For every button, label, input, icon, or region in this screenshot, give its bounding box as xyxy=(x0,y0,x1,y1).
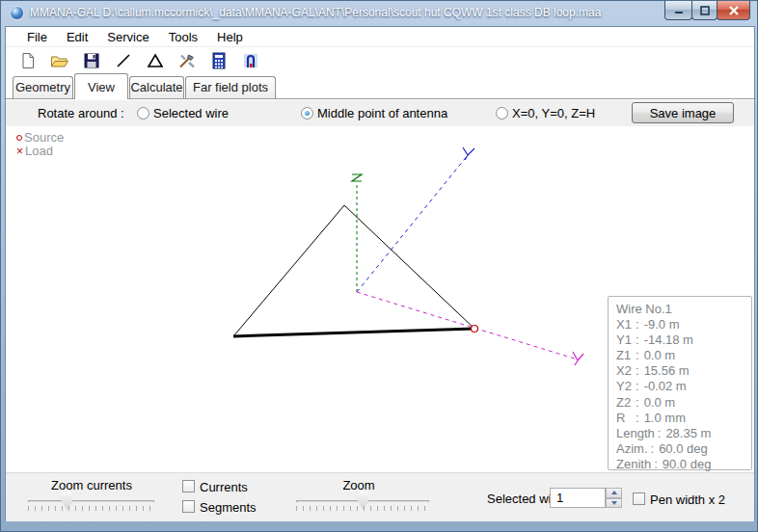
rotate-around-bar: Rotate around : Selected wire Middle poi… xyxy=(6,100,754,126)
maximize-icon xyxy=(700,6,710,15)
pen-width-label[interactable]: Pen width x 2 xyxy=(650,492,725,507)
menu-bar: File Edit Service Tools Help xyxy=(6,27,754,47)
wire-2[interactable] xyxy=(233,205,344,336)
save-icon[interactable] xyxy=(81,50,102,71)
title-bar[interactable]: MMANA-GAL D:\callum.mccormick\_data\MMAN… xyxy=(1,1,758,26)
selected-wire-spinner xyxy=(606,488,622,508)
currents-checkbox[interactable] xyxy=(182,480,195,492)
close-icon xyxy=(729,6,739,15)
minimize-icon xyxy=(674,6,684,14)
zoom-currents-slider-ticks xyxy=(28,506,156,511)
tab-bar: Geometry View Calculate Far field plots xyxy=(6,73,754,99)
source-point-marker[interactable] xyxy=(472,326,478,332)
far-field-plot-icon[interactable] xyxy=(240,50,261,71)
radio-selected-wire[interactable] xyxy=(137,107,149,120)
radio-middle-point[interactable] xyxy=(301,107,313,120)
menu-service[interactable]: Service xyxy=(97,27,158,47)
spin-down-button[interactable] xyxy=(606,498,622,509)
wire-info-title: Wire No.1 xyxy=(616,302,751,317)
rotate-around-label: Rotate around : xyxy=(38,106,124,120)
draw-wire-icon[interactable] xyxy=(113,50,134,71)
zoom-slider-ticks xyxy=(296,506,431,511)
wire-info-row: Y1:-14.18 m xyxy=(616,332,751,348)
open-folder-icon[interactable] xyxy=(49,50,70,71)
wire-1-selected[interactable] xyxy=(233,329,474,336)
wire-info-row: X2:15.56 m xyxy=(616,363,751,379)
y-axis-line xyxy=(357,292,578,359)
wire-info-row: X1:-9.0 m xyxy=(616,317,751,332)
wire-info-row: Length:28.35 m xyxy=(616,426,751,441)
x-axis-line xyxy=(357,155,468,292)
window-title: MMANA-GAL D:\callum.mccormick\_data\MMAN… xyxy=(30,1,601,26)
antenna-view-canvas[interactable]: Source × Load xyxy=(6,126,754,472)
zoom-label: Zoom xyxy=(301,478,417,492)
segments-label[interactable]: Segments xyxy=(200,500,257,515)
setup-tools-icon[interactable] xyxy=(176,50,198,71)
segments-checkbox[interactable] xyxy=(182,500,195,513)
draw-element-icon[interactable] xyxy=(145,50,166,71)
calculator-icon[interactable] xyxy=(208,50,230,71)
tab-far-field-plots[interactable]: Far field plots xyxy=(185,76,276,98)
z-axis-arrow xyxy=(352,174,362,181)
save-image-button[interactable]: Save image xyxy=(632,102,734,123)
tab-view[interactable]: View xyxy=(74,73,128,99)
zoom-currents-label: Zoom currents xyxy=(29,478,154,492)
tab-calculate[interactable]: Calculate xyxy=(129,76,184,98)
arrow-up-icon xyxy=(611,491,617,494)
x-axis-arrow xyxy=(463,147,474,160)
zoom-currents-slider-track[interactable] xyxy=(28,500,154,502)
selected-wire-input[interactable] xyxy=(550,488,606,508)
wire-info-row: Z2:0.0 m xyxy=(616,395,751,411)
arrow-down-icon xyxy=(611,501,617,505)
spin-up-button[interactable] xyxy=(606,488,622,498)
app-icon xyxy=(10,6,24,20)
menu-help[interactable]: Help xyxy=(207,27,253,47)
wire-info-row: Zenith:90.0 deg xyxy=(616,457,751,472)
new-file-icon[interactable] xyxy=(17,50,39,71)
wire-info-row: R:1.0 mm xyxy=(616,411,751,426)
wire-info-row: Y2:-0.02 m xyxy=(616,379,751,394)
toolbar xyxy=(6,48,754,73)
radio-selected-wire-label[interactable]: Selected wire xyxy=(153,106,229,120)
wire-info-row: Z1:0.0 m xyxy=(616,348,751,363)
menu-file[interactable]: File xyxy=(17,27,57,47)
radio-middle-point-label[interactable]: Middle point of antenna xyxy=(317,106,447,120)
wire-info-row: Azim.:60.0 deg xyxy=(616,441,751,457)
bottom-control-panel: Zoom currents Currents Segments Zoom Sel… xyxy=(6,472,754,521)
wire-3[interactable] xyxy=(344,205,474,329)
close-button[interactable] xyxy=(717,1,750,20)
maximize-button[interactable] xyxy=(691,1,717,20)
radio-x0-y0-zh-label[interactable]: X=0, Y=0, Z=H xyxy=(512,106,595,120)
minimize-button[interactable] xyxy=(664,1,692,20)
client-area: File Edit Service Tools Help xyxy=(5,26,755,521)
radio-x0-y0-zh[interactable] xyxy=(496,107,508,120)
wire-info-panel: Wire No.1 X1:-9.0 m Y1:-14.18 m Z1:0.0 m… xyxy=(608,296,752,470)
menu-edit[interactable]: Edit xyxy=(57,27,97,47)
tab-geometry[interactable]: Geometry xyxy=(13,76,73,98)
currents-label[interactable]: Currents xyxy=(200,480,248,494)
menu-tools[interactable]: Tools xyxy=(159,27,207,47)
pen-width-checkbox[interactable] xyxy=(633,492,645,505)
app-window: MMANA-GAL D:\callum.mccormick\_data\MMAN… xyxy=(0,0,758,532)
